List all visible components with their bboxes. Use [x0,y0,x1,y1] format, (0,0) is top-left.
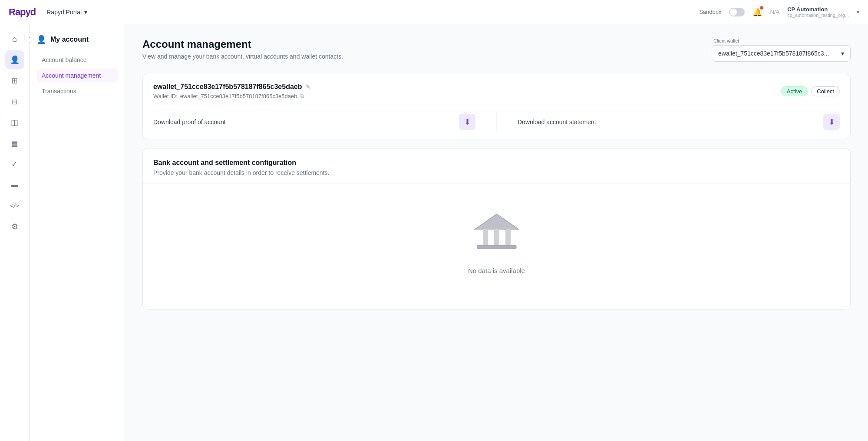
sidenav-item-home[interactable]: ⌂ [5,30,24,49]
wallet-selector-value: ewallet_751cce83e17f5b578187f865c3... [718,50,829,57]
page-title: Account management [142,38,343,50]
sidebar-link-transactions[interactable]: Transactions [36,84,118,98]
topbar-left: Rapyd Rapyd Portal ▾ [9,7,87,18]
download-proof-icon: ⬇ [464,117,471,127]
nav-toggle-button[interactable]: › [24,32,34,43]
bank-card-subtitle: Provide your bank account details in ord… [153,169,840,176]
download-proof-button[interactable]: ⬇ [459,114,475,130]
wallet-name-row: ewallet_751cce83e17f5b578187f865c3e5daeb… [153,83,311,91]
topbar-right: Sandbox 🔔 N/A CP Automation cp_automatio… [699,6,859,18]
wallet-selector-label: Client wallet [712,38,851,43]
sidebar-link-balance[interactable]: Account balance [36,53,118,67]
wallet-action-proof: Download proof of account ⬇ [153,112,475,132]
user-info: CP Automation cp_automation_testing_org.… [787,6,849,18]
sidenav-item-payouts[interactable]: ⊟ [5,92,24,111]
wallet-id-row: Wallet ID: ewallet_751cce83e17f5b578187f… [153,92,311,99]
page-header: Account management View and manage your … [142,38,851,62]
bank-illustration [471,210,523,257]
bank-settlement-card: Bank account and settlement configuratio… [142,148,851,309]
sidenav-item-compliance[interactable]: ✓ [5,155,24,174]
logo-text: Rapyd [9,7,36,17]
copy-icon[interactable]: ⧉ [300,92,304,99]
sidebar-title: My account [50,36,89,43]
edit-icon[interactable]: ✎ [306,83,311,90]
logo: Rapyd [9,7,36,18]
sandbox-toggle[interactable] [729,8,745,16]
portal-chevron-icon: ▾ [84,9,87,16]
bank-card-body: No data is available [143,183,850,309]
user-sub: cp_automation_testing_org... [787,13,849,18]
bank-card-title: Bank account and settlement configuratio… [153,159,840,167]
notification-badge [759,6,764,10]
bank-card-header: Bank account and settlement configuratio… [143,148,850,183]
badge-collect[interactable]: Collect [811,86,840,96]
sandbox-label: Sandbox [699,9,721,15]
page-subtitle: View and manage your bank account, virtu… [142,53,343,60]
sidenav: › ⌂ 👤 ⊞ ⊟ ◫ ▦ ✓ ▬ </> ⚙ [0,24,30,441]
main-content: Account management View and manage your … [125,24,868,441]
bank-icon [471,210,523,259]
user-name: CP Automation [787,6,828,13]
wallet-card-header: ewallet_751cce83e17f5b578187f865c3e5daeb… [143,74,850,105]
user-chevron-icon[interactable]: ▾ [857,9,859,15]
sidebar-user-icon: 👤 [36,35,46,44]
wallet-action-statement: Download account statement ⬇ [496,112,840,132]
wallet-card-actions: Download proof of account ⬇ Download acc… [143,105,850,139]
download-statement-icon: ⬇ [828,117,835,127]
wallet-id-prefix: Wallet ID: [153,93,178,99]
no-data-label: No data is available [468,267,525,274]
action2-label: Download account statement [518,118,596,125]
wallet-id-value: ewallet_751cce83e17f5b578187f865c3e5daeb [180,93,297,99]
wallet-card: ewallet_751cce83e17f5b578187f865c3e5daeb… [142,74,851,139]
svg-rect-4 [505,229,511,245]
portal-label: Rapyd Portal [46,9,82,16]
download-statement-button[interactable]: ⬇ [823,114,840,130]
wallet-selector-dropdown[interactable]: ewallet_751cce83e17f5b578187f865c3... ▾ [712,45,851,62]
topbar: Rapyd Rapyd Portal ▾ Sandbox 🔔 N/A CP Au… [0,0,868,24]
notification-bell-wrapper: 🔔 [752,7,762,17]
sidebar: 👤 My account Account balance Account man… [30,24,125,441]
svg-rect-1 [477,245,516,249]
wallet-id-section: ewallet_751cce83e17f5b578187f865c3e5daeb… [153,83,311,99]
sidenav-item-user[interactable]: 👤 [5,50,24,69]
page-header-text: Account management View and manage your … [142,38,343,60]
layout: › ⌂ 👤 ⊞ ⊟ ◫ ▦ ✓ ▬ </> ⚙ 👤 My account Acc… [0,24,868,441]
na-label: N/A [770,9,779,15]
topbar-divider [41,7,41,17]
sidebar-link-management[interactable]: Account management [36,69,118,82]
action1-label: Download proof of account [153,118,226,125]
sidenav-item-reports[interactable]: ▦ [5,134,24,153]
wallet-selector-chevron-icon: ▾ [841,50,844,57]
sidenav-item-payments[interactable]: ⊞ [5,71,24,90]
sidenav-item-wallet[interactable]: ◫ [5,113,24,132]
sidenav-item-analytics[interactable]: ▬ [5,175,24,194]
sidenav-item-developer[interactable]: </> [5,196,24,215]
sidenav-item-settings[interactable]: ⚙ [5,217,24,236]
wallet-badges: Active Collect [781,86,840,96]
svg-rect-3 [494,229,499,245]
svg-marker-0 [475,214,518,229]
wallet-selector-wrapper: Client wallet ewallet_751cce83e17f5b5781… [712,38,851,62]
wallet-name: ewallet_751cce83e17f5b578187f865c3e5daeb [153,83,302,91]
portal-selector[interactable]: Rapyd Portal ▾ [46,9,87,16]
sidebar-header: 👤 My account [36,35,118,44]
badge-active: Active [781,86,808,96]
svg-rect-2 [483,229,488,245]
